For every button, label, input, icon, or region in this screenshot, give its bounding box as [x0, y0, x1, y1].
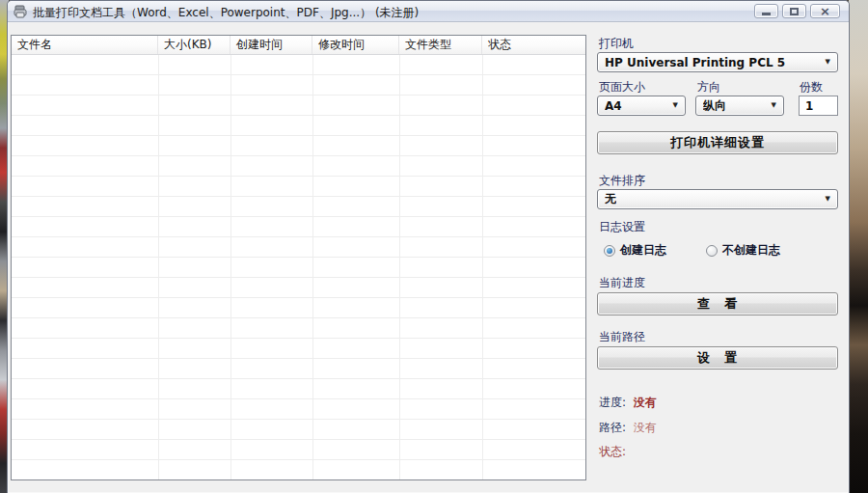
printer-select-value: HP Universal Printing PCL 5	[605, 56, 785, 69]
column-header-filename[interactable]: 文件名	[12, 36, 158, 54]
app-window: 批量打印文档工具（Word、Excel、Powerpoint、PDF、Jpg..…	[7, 0, 850, 493]
page-size-select[interactable]: A4 ▼	[597, 96, 686, 116]
page-size-label: 页面大小	[599, 79, 645, 96]
path-status-label: 路径:	[599, 420, 626, 436]
grid-line	[158, 55, 159, 479]
path-status-value: 没有	[634, 420, 657, 436]
radio-create-log-label: 创建日志	[620, 242, 666, 259]
chevron-down-icon: ▼	[673, 102, 678, 109]
orientation-select[interactable]: 纵向 ▼	[695, 96, 784, 116]
radio-selected-icon	[604, 245, 615, 257]
column-header-modified[interactable]: 修改时间	[312, 36, 399, 54]
orientation-label: 方向	[697, 79, 720, 96]
close-button[interactable]: ×	[810, 4, 840, 18]
maximize-button[interactable]	[782, 4, 806, 18]
radio-create-log[interactable]: 创建日志	[604, 242, 666, 259]
desktop-background: 批量打印文档工具（Word、Excel、Powerpoint、PDF、Jpg..…	[0, 0, 868, 493]
view-progress-button[interactable]: 查 看	[597, 292, 838, 315]
grid-line	[482, 55, 483, 479]
window-controls: ×	[754, 4, 840, 18]
radio-no-log[interactable]: 不创建日志	[706, 242, 780, 259]
chevron-down-icon: ▼	[772, 102, 776, 109]
minimize-icon	[762, 13, 771, 15]
file-list[interactable]: 文件名 大小(KB) 创建时间 修改时间 文件类型 状态	[11, 35, 586, 480]
current-path-label: 当前路径	[599, 329, 645, 345]
column-header-created[interactable]: 创建时间	[231, 36, 312, 54]
file-sort-label: 文件排序	[599, 173, 645, 189]
minimize-button[interactable]	[754, 4, 778, 18]
wallpaper-strip-right	[849, 0, 868, 493]
file-sort-select[interactable]: 无 ▼	[597, 189, 838, 209]
maximize-icon	[790, 8, 799, 15]
column-header-size[interactable]: 大小(KB)	[158, 36, 231, 54]
status-label: 状态:	[599, 444, 626, 460]
file-list-body[interactable]	[12, 55, 585, 479]
radio-no-log-label: 不创建日志	[722, 242, 780, 259]
grid-line	[231, 55, 231, 479]
log-settings-label: 日志设置	[599, 219, 645, 235]
window-title: 批量打印文档工具（Word、Excel、Powerpoint、PDF、Jpg..…	[33, 5, 419, 21]
set-path-button[interactable]: 设 置	[597, 346, 838, 370]
grid-line	[399, 55, 400, 479]
progress-status-label: 进度:	[599, 395, 626, 411]
chevron-down-icon: ▼	[826, 196, 830, 203]
column-header-filetype[interactable]: 文件类型	[399, 36, 482, 54]
close-icon: ×	[820, 6, 830, 16]
grid-line	[312, 55, 313, 479]
printer-label: 打印机	[599, 36, 634, 52]
client-area: 文件名 大小(KB) 创建时间 修改时间 文件类型 状态 打印机	[8, 22, 849, 493]
orientation-value: 纵向	[703, 97, 726, 114]
radio-unselected-icon	[706, 245, 718, 257]
file-sort-value: 无	[605, 191, 616, 207]
printer-select[interactable]: HP Universal Printing PCL 5 ▼	[597, 52, 838, 72]
file-list-header: 文件名 大小(KB) 创建时间 修改时间 文件类型 状态	[12, 36, 585, 55]
current-progress-label: 当前进度	[599, 275, 645, 291]
copies-label: 份数	[800, 79, 823, 96]
radio-dot	[607, 248, 612, 254]
column-header-status[interactable]: 状态	[482, 36, 585, 54]
titlebar[interactable]: 批量打印文档工具（Word、Excel、Powerpoint、PDF、Jpg..…	[8, 1, 849, 22]
progress-status-value: 没有	[634, 395, 657, 411]
copies-input[interactable]	[799, 96, 838, 116]
page-size-value: A4	[605, 99, 622, 113]
printer-settings-button[interactable]: 打印机详细设置	[597, 131, 838, 154]
chevron-down-icon: ▼	[826, 59, 830, 66]
app-icon	[14, 5, 28, 18]
